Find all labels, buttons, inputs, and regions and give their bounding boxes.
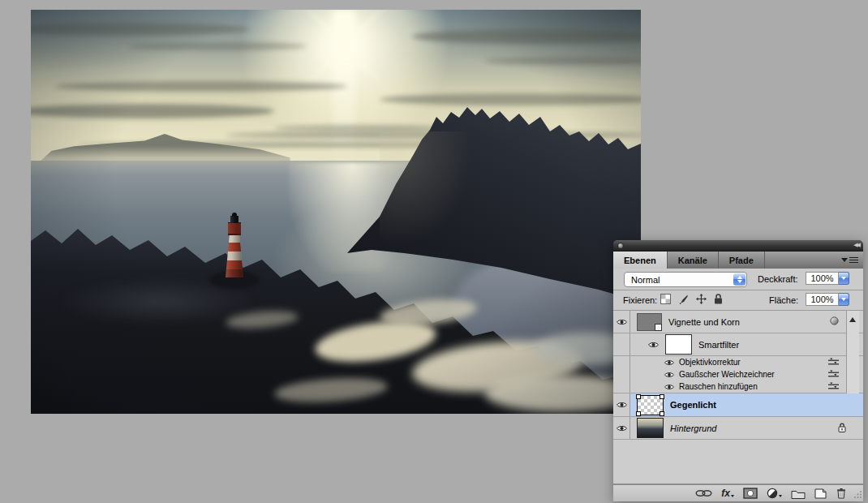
visibility-toggle[interactable]: [664, 370, 674, 380]
layer-lock-icon: [838, 423, 846, 434]
tab-kanaele[interactable]: Kanäle: [668, 252, 719, 269]
collapse-filters-arrow-icon[interactable]: [849, 317, 856, 322]
blend-options-row: Normal Deckkraft: 100%: [613, 269, 863, 290]
lock-pixels-icon[interactable]: [678, 294, 689, 304]
filter-name[interactable]: Gaußscher Weichzeichner: [679, 370, 775, 379]
tab-ebenen[interactable]: Ebenen: [613, 252, 668, 269]
fill-field[interactable]: 100%: [806, 293, 839, 306]
panel-menu-icon[interactable]: [841, 257, 858, 263]
visibility-eye-icon: [617, 402, 627, 408]
add-layer-mask-icon[interactable]: [743, 488, 758, 499]
visibility-toggle[interactable]: [613, 393, 630, 416]
link-layers-icon[interactable]: [695, 489, 712, 497]
photoshop-workspace: ◀◀ Ebenen Kanäle Pfade Normal Deckkraft:…: [0, 0, 868, 503]
stepper-up-icon: [737, 276, 742, 279]
lock-all-icon[interactable]: [714, 294, 723, 304]
filter-row-rauschen-hinzufuegen[interactable]: Rauschen hinzufügen: [613, 380, 863, 393]
opacity-label: Deckkraft:: [758, 274, 798, 284]
tab-label: Ebenen: [624, 256, 656, 265]
visibility-toggle[interactable]: [664, 358, 674, 368]
dropdown-stepper-icon[interactable]: [733, 273, 746, 286]
fx-dropdown-arrow-icon: [731, 495, 734, 497]
filter-row-gaussscher-weichzeichner[interactable]: Gaußscher Weichzeichner: [613, 368, 863, 380]
filter-blend-options-icon[interactable]: [828, 382, 839, 392]
empty-eye-cell: [613, 356, 630, 368]
visibility-eye-icon: [617, 425, 627, 432]
layer-row-vignette-und-korn[interactable]: Vignette und Korn: [613, 311, 863, 333]
layers-panel: ◀◀ Ebenen Kanäle Pfade Normal Deckkraft:…: [613, 240, 863, 501]
fill-value: 100%: [810, 294, 833, 304]
lock-buttons: [660, 294, 723, 304]
close-button[interactable]: [617, 243, 624, 249]
empty-eye-cell: [613, 333, 630, 355]
lock-row: Fixieren: Fläche: 100%: [613, 290, 863, 311]
layers-list-empty-area[interactable]: [613, 440, 863, 475]
opacity-dropdown-button[interactable]: [839, 272, 849, 285]
layer-style-fx-icon[interactable]: fx: [721, 488, 734, 499]
layer-name[interactable]: Smartfilter: [698, 340, 739, 350]
layer-row-smartfilter[interactable]: Smartfilter: [613, 333, 863, 356]
fill-label: Fläche:: [769, 295, 798, 305]
panel-footer: fx: [613, 484, 863, 501]
visibility-eye-icon: [664, 384, 674, 390]
new-group-icon[interactable]: [791, 488, 806, 499]
lock-label: Fixieren:: [623, 295, 657, 305]
opacity-value: 100%: [810, 273, 833, 283]
layers-list: Vignette und Korn Smartfilter: [613, 311, 863, 484]
filter-blend-options-icon[interactable]: [828, 358, 839, 368]
stepper-down-icon: [737, 280, 742, 283]
filter-blend-options-icon[interactable]: [828, 370, 839, 380]
visibility-toggle[interactable]: [648, 340, 659, 350]
layer-thumbnail[interactable]: [637, 313, 662, 331]
filter-name[interactable]: Objektivkorrektur: [679, 358, 741, 367]
menu-triangle-icon: [841, 258, 848, 262]
layer-name[interactable]: Hintergrund: [670, 423, 716, 433]
filter-name[interactable]: Rauschen hinzufügen: [679, 382, 758, 391]
document-canvas[interactable]: [31, 10, 641, 414]
resize-grip-icon[interactable]: [853, 490, 862, 501]
dropdown-arrow-icon: [841, 298, 846, 301]
layer-row-gegenlicht[interactable]: Gegenlicht: [613, 393, 863, 417]
dropdown-arrow-icon: [841, 277, 846, 280]
smart-filter-mask-thumbnail[interactable]: [665, 334, 692, 355]
tab-pfade[interactable]: Pfade: [719, 252, 765, 269]
visibility-eye-icon: [617, 319, 627, 325]
panel-titlebar[interactable]: ◀◀: [613, 240, 863, 252]
smart-filter-disclosure-rail[interactable]: [846, 311, 859, 394]
selection-corner: [660, 394, 664, 399]
blend-mode-dropdown[interactable]: Normal: [624, 272, 747, 287]
menu-lines-icon: [849, 257, 858, 263]
smart-filter-indicator-icon[interactable]: [830, 316, 839, 327]
filter-row-objektivkorrektur[interactable]: Objektivkorrektur: [613, 356, 863, 368]
fill-dropdown-button[interactable]: [839, 293, 849, 306]
blend-mode-value: Normal: [625, 275, 660, 285]
visibility-toggle[interactable]: [613, 311, 630, 333]
selection-corner: [636, 411, 641, 416]
delete-layer-icon[interactable]: [836, 488, 847, 499]
background-thumbnail[interactable]: [637, 418, 664, 438]
visibility-eye-icon: [664, 359, 674, 366]
layer-name[interactable]: Gegenlicht: [670, 400, 716, 410]
visibility-eye-icon: [648, 342, 659, 348]
tab-label: Kanäle: [678, 256, 707, 265]
smart-object-badge-icon: [655, 324, 662, 331]
layer-thumbnail[interactable]: [637, 395, 664, 415]
visibility-toggle[interactable]: [664, 382, 674, 392]
panel-tab-bar: Ebenen Kanäle Pfade: [613, 252, 863, 269]
visibility-eye-icon: [664, 372, 674, 378]
adjustment-layer-icon[interactable]: [767, 488, 782, 499]
empty-eye-cell: [613, 380, 630, 393]
opacity-field[interactable]: 100%: [806, 272, 839, 285]
visibility-toggle[interactable]: [613, 417, 630, 439]
layer-row-hintergrund[interactable]: Hintergrund: [613, 417, 863, 440]
lock-transparency-icon[interactable]: [660, 294, 671, 304]
lock-position-icon[interactable]: [696, 294, 707, 304]
new-layer-icon[interactable]: [814, 488, 827, 499]
layer-name[interactable]: Vignette und Korn: [668, 317, 740, 327]
tab-label: Pfade: [729, 256, 754, 265]
vignette-overlay: [31, 10, 641, 414]
selection-corner: [636, 394, 641, 399]
empty-eye-cell: [613, 368, 630, 380]
collapse-double-arrow-icon[interactable]: ◀◀: [853, 242, 859, 248]
adjustment-dropdown-arrow-icon: [779, 495, 782, 497]
